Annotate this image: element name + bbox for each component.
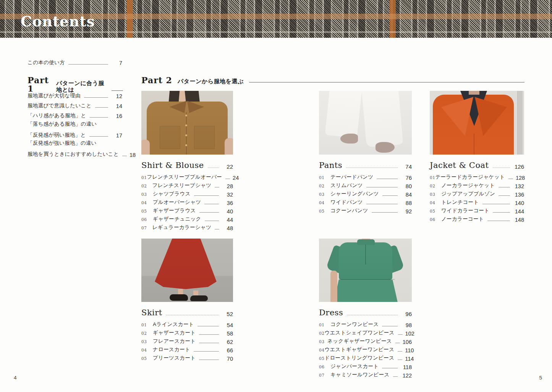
rule-line: [249, 82, 524, 82]
intro-label: この本の使い方: [28, 60, 65, 66]
toc-entry: 06ギャザーチュニック44: [141, 214, 233, 223]
leader-line: [84, 97, 108, 98]
page-ref: 96: [400, 311, 412, 317]
toc-entry: 「反発感が弱い服地」と 17 「反発感が強い服地」の違い: [28, 132, 122, 147]
section-header: Dress 96: [319, 307, 412, 317]
toc-entry: 03シャーリングパンツ84: [319, 189, 412, 197]
toc-entry: 04ウエストギャザーワンピース110: [319, 345, 412, 353]
toc-entry: 02ギャザースカート58: [141, 328, 233, 336]
section-header: Jacket & Coat 126: [430, 160, 524, 169]
toc-entry: 01Aラインスカート54: [141, 319, 233, 328]
toc-entry: 01テーラードカラージャケット128: [430, 172, 524, 181]
toc-entry: 「ハリ感がある服地」と 16 「落ち感がある服地」の違い: [28, 113, 122, 127]
toc-entry: 05コクーンパンツ92: [319, 206, 412, 214]
toc-entry: 04プルオーバーシャツ36: [141, 197, 233, 206]
page-ref: 17: [111, 133, 122, 139]
page-title: Contents: [21, 15, 95, 29]
part1-subtitle: パターンに合う服地とは: [56, 80, 106, 93]
page-ref: 52: [222, 311, 233, 317]
toc-entry: 04ナロースカート66: [141, 345, 233, 353]
entry-label: 服地を買うときにおすすめしたいこと: [28, 151, 119, 158]
entry-label-line2: 「反発感が強い服地」の違い: [28, 140, 97, 146]
toc-entry: 05ワイドカラーコート144: [430, 206, 524, 214]
intro-entry: この本の使い方 7: [28, 60, 122, 66]
entry-label-line2: 「落ち感がある服地」の違い: [28, 121, 97, 127]
toc-entry: 07レギュラーカラーシャツ48: [141, 223, 233, 231]
section-toc-list: 01テーパードパンツ76 02スリムパンツ80 03シャーリングパンツ84 04…: [319, 172, 412, 214]
toc-entry: 04トレンチコート140: [430, 197, 524, 206]
toc-entry: 04ワイドパンツ88: [319, 197, 412, 206]
section-header: Shirt & Blouse 22: [141, 160, 233, 169]
toc-entry: 02フレンチスリーブシャツ28: [141, 181, 233, 189]
rule-line: [112, 90, 123, 91]
section-title: Skirt: [141, 309, 162, 317]
section-skirt: Skirt 52 01Aラインスカート54 02ギャザースカート58 03フレア…: [141, 239, 233, 361]
page-ref: 18: [130, 152, 136, 158]
entry-label: 服地選びで意識したいこと: [28, 103, 92, 109]
plaid-fabric-banner: Contents: [0, 0, 552, 38]
leader-line: [493, 168, 510, 168]
toc-entry: 01フレンチスリーブプルオーバー24: [141, 172, 233, 181]
photo-skirt: [141, 239, 233, 302]
page-ref: 14: [111, 103, 122, 109]
part2-subtitle: パターンから服地を選ぶ: [178, 78, 244, 85]
toc-entry: 01テーパードパンツ76: [319, 172, 412, 181]
page-ref: 22: [222, 164, 233, 169]
photo-pants: [319, 91, 412, 155]
toc-entry: 03シャツブラウス32: [141, 189, 233, 197]
section-toc-list: 01Aラインスカート54 02ギャザースカート58 03フレアースカート62 0…: [141, 319, 233, 361]
section-title: Dress: [319, 309, 343, 317]
section-header: Pants 74: [319, 160, 412, 169]
toc-entry: 03ネックギャザーワンピース106: [319, 336, 412, 345]
toc-entry: 03フレアースカート62: [141, 336, 233, 345]
section-header: Skirt 52: [141, 307, 233, 317]
page-ref: 16: [111, 113, 122, 119]
leader-line: [346, 168, 398, 168]
contents-page: Contents この本の使い方 7 Part 1 パターンに合う服地とは 服地…: [0, 0, 552, 392]
page-ref: 7: [111, 60, 122, 66]
leader-line: [68, 64, 108, 65]
toc-entry: 服地選びで意識したいこと 14: [28, 103, 122, 109]
leader-line: [95, 107, 108, 108]
leader-line: [89, 136, 108, 137]
toc-entry: 05ドローストリングワンピース114: [319, 353, 412, 361]
section-toc-list: 01コクーンワンピース98 02ウエストシェイプワンピース102 03ネックギャ…: [319, 319, 412, 378]
section-dress: Dress 96 01コクーンワンピース98 02ウエストシェイプワンピース10…: [319, 239, 412, 378]
toc-entry: 02ノーカラージャケット132: [430, 181, 524, 189]
toc-entry: 06ノーカラーコート148: [430, 214, 524, 223]
page-ref: 74: [400, 164, 412, 169]
part1-name: Part 1: [28, 76, 51, 93]
part2-name: Part 2: [141, 76, 172, 84]
leader-line: [208, 168, 219, 168]
toc-entry: 03ジップアップブルゾン136: [430, 189, 524, 197]
section-shirt-blouse: Shirt & Blouse 22 01フレンチスリーブプルオーバー24 02フ…: [141, 91, 233, 231]
part2-heading: Part 2 パターンから服地を選ぶ: [141, 76, 524, 84]
leader-line: [166, 315, 219, 315]
section-toc-list: 01フレンチスリーブプルオーバー24 02フレンチスリーブシャツ28 03シャツ…: [141, 172, 233, 231]
section-title: Shirt & Blouse: [141, 161, 204, 169]
section-jacket-coat: Jacket & Coat 126 01テーラードカラージャケット128 02ノ…: [430, 91, 524, 223]
page-ref: 12: [111, 94, 122, 99]
toc-entry: 01コクーンワンピース98: [319, 319, 412, 328]
section-title: Pants: [319, 161, 342, 169]
photo-shirt-blouse: [141, 91, 233, 155]
section-pants: Pants 74 01テーパードパンツ76 02スリムパンツ80 03シャーリン…: [319, 91, 412, 214]
toc-entry: 06ジャンパースカート118: [319, 361, 412, 370]
entry-label: 服地選びが大切な理由: [28, 93, 81, 99]
leader-line: [347, 315, 398, 315]
toc-entry: 服地を買うときにおすすめしたいこと 18: [28, 151, 122, 158]
part1-toc-list: 服地選びが大切な理由 12 服地選びで意識したいこと 14 「ハリ感がある服地」…: [28, 93, 122, 161]
leader-line: [122, 156, 127, 156]
toc-entry: 07キャミソールワンピース122: [319, 370, 412, 378]
photo-dress: [319, 239, 412, 302]
toc-entry: 02ウエストシェイプワンピース102: [319, 328, 412, 336]
folio-left: 4: [14, 375, 17, 381]
toc-entry: 02スリムパンツ80: [319, 181, 412, 189]
section-toc-list: 01テーラードカラージャケット128 02ノーカラージャケット132 03ジップ…: [430, 172, 524, 223]
part1-heading: Part 1 パターンに合う服地とは: [28, 76, 123, 93]
folio-right: 5: [539, 375, 542, 381]
leader-line: [90, 117, 108, 118]
toc-entry: 05ギャザーブラウス40: [141, 206, 233, 214]
entry-label: 「ハリ感がある服地」と: [28, 113, 86, 119]
toc-entry: 05プリーツスカート70: [141, 353, 233, 361]
